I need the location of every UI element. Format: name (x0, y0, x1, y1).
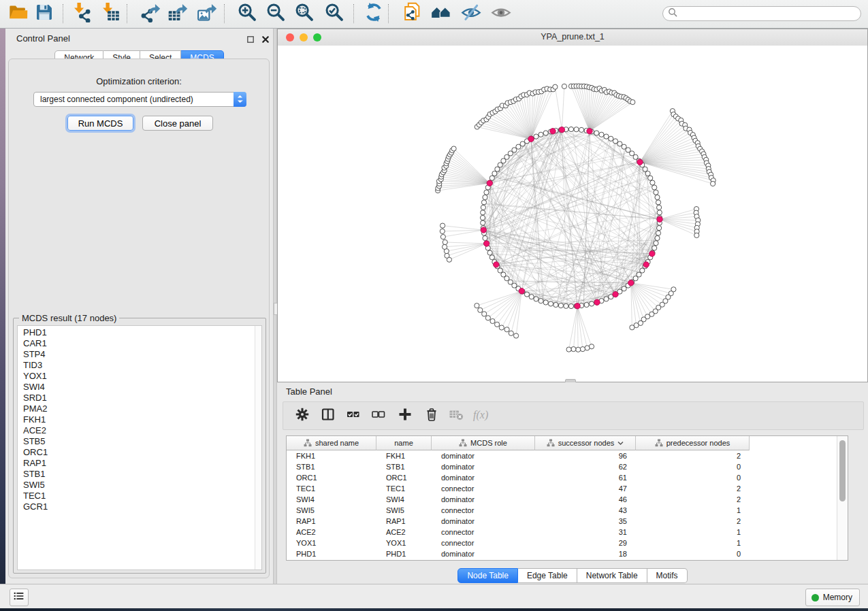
table-row-RAP1[interactable]: RAP1RAP1dominator352 (287, 516, 837, 527)
select-all-rows-button[interactable] (345, 408, 361, 424)
mcds-result-node[interactable]: SWI5 (18, 480, 255, 491)
cell-shared_name[interactable]: ACE2 (287, 528, 376, 536)
cell-mcds_role[interactable]: dominator (432, 550, 535, 558)
cell-mcds_role[interactable]: connector (432, 484, 535, 493)
hide-selected-button[interactable] (461, 3, 481, 24)
tab-motifs[interactable]: Motifs (647, 568, 688, 583)
close-panel-icon[interactable] (260, 34, 270, 44)
cell-shared_name[interactable]: ORC1 (287, 474, 376, 482)
table-scrollbar-thumb[interactable] (839, 440, 846, 501)
cell-name[interactable]: ORC1 (376, 474, 432, 482)
search-input[interactable] (680, 8, 861, 19)
cell-mcds_role[interactable]: dominator (432, 474, 535, 482)
table-row-SWI5[interactable]: SWI5SWI5connector431 (287, 505, 837, 516)
mcds-result-node[interactable]: GCR1 (18, 501, 255, 512)
cell-shared_name[interactable]: SWI5 (287, 506, 376, 514)
network-canvas[interactable] (278, 46, 867, 382)
table-row-SWI4[interactable]: SWI4SWI4dominator462 (287, 494, 837, 505)
import-table-from-file-button[interactable] (99, 3, 120, 24)
zoom-in-button[interactable] (237, 3, 257, 24)
table-row-ORC1[interactable]: ORC1ORC1dominator610 (287, 472, 837, 483)
cell-predecessor_nodes[interactable]: 2 (636, 484, 750, 493)
mcds-result-node[interactable]: PMA2 (18, 403, 255, 414)
cell-name[interactable]: RAP1 (376, 517, 432, 525)
cell-shared_name[interactable]: PHD1 (287, 550, 376, 558)
first-neighbors-of-selected-button[interactable] (431, 3, 451, 24)
cell-name[interactable]: ACE2 (376, 528, 432, 536)
table-row-STB1[interactable]: STB1STB1dominator620 (287, 461, 837, 472)
mcds-result-node[interactable]: ACE2 (18, 425, 255, 436)
show-columns-button[interactable] (320, 408, 336, 424)
mcds-result-node[interactable]: SWI4 (18, 382, 255, 393)
delete-columns-button[interactable] (423, 408, 440, 424)
cell-predecessor_nodes[interactable]: 1 (636, 528, 750, 536)
cell-successor_nodes[interactable]: 31 (535, 528, 636, 536)
cell-mcds_role[interactable]: connector (432, 539, 535, 547)
cell-shared_name[interactable]: YOX1 (287, 539, 376, 547)
cell-shared_name[interactable]: STB1 (287, 463, 376, 471)
cell-mcds_role[interactable]: connector (432, 506, 535, 514)
cell-name[interactable]: STB1 (376, 463, 432, 471)
cell-name[interactable]: YOX1 (376, 539, 432, 547)
cell-successor_nodes[interactable]: 46 (535, 495, 636, 503)
cell-mcds_role[interactable]: dominator (432, 495, 535, 503)
cell-name[interactable]: PHD1 (376, 550, 432, 558)
deselect-all-rows-button[interactable] (370, 408, 387, 424)
task-history-button[interactable] (10, 589, 29, 606)
mcds-result-node[interactable]: STB5 (18, 436, 255, 447)
cell-name[interactable]: SWI4 (376, 495, 432, 503)
table-row-PHD1[interactable]: PHD1PHD1dominator180 (287, 548, 837, 559)
cell-shared_name[interactable]: SWI4 (287, 495, 376, 503)
close-panel-button[interactable]: Close panel (142, 116, 213, 131)
mcds-result-node[interactable]: CAR1 (18, 338, 255, 349)
zoom-out-button[interactable] (266, 3, 286, 24)
table-row-YOX1[interactable]: YOX1YOX1connector291 (287, 538, 837, 548)
cell-predecessor_nodes[interactable]: 2 (636, 452, 750, 460)
apply-preferred-layout-button[interactable] (364, 3, 384, 24)
cell-mcds_role[interactable]: dominator (432, 517, 535, 525)
cell-predecessor_nodes[interactable]: 0 (636, 550, 750, 558)
show-all-button[interactable] (491, 3, 511, 24)
zoom-selected-button[interactable] (324, 3, 344, 24)
mcds-result-node[interactable]: ORC1 (18, 447, 255, 458)
float-panel-icon[interactable] (245, 34, 255, 44)
new-network-from-selection-button[interactable] (402, 3, 422, 24)
cell-mcds_role[interactable]: connector (432, 528, 535, 536)
tab-edge-table[interactable]: Edge Table (518, 568, 577, 583)
cell-predecessor_nodes[interactable]: 0 (636, 463, 750, 471)
tab-network-table[interactable]: Network Table (577, 568, 647, 583)
create-new-column-button[interactable] (397, 408, 413, 424)
column-header-shared-name[interactable]: shared name (287, 436, 376, 450)
optimization-criterion-select[interactable]: largest connected component (undirected) (33, 92, 246, 107)
cell-name[interactable]: TEC1 (376, 484, 432, 493)
mcds-result-node[interactable]: STP4 (18, 349, 255, 360)
table-row-FKH1[interactable]: FKH1FKH1dominator962 (287, 450, 837, 461)
cell-predecessor_nodes[interactable]: 0 (636, 474, 750, 482)
cell-shared_name[interactable]: TEC1 (287, 484, 376, 493)
run-mcds-button[interactable]: Run MCDS (67, 116, 133, 131)
export-network-button[interactable] (140, 3, 161, 24)
cell-successor_nodes[interactable]: 35 (535, 517, 636, 525)
network-window-titlebar[interactable]: YPA_prune.txt_1 (278, 29, 867, 46)
save-session-button[interactable] (34, 3, 54, 24)
mcds-list-scrollbar[interactable] (255, 326, 261, 569)
table-row-ACE2[interactable]: ACE2ACE2connector311 (287, 527, 837, 538)
cell-successor_nodes[interactable]: 18 (535, 550, 636, 558)
export-table-button[interactable] (167, 3, 188, 24)
column-header-successor-nodes[interactable]: successor nodes (535, 436, 636, 450)
column-header-predecessor-nodes[interactable]: predecessor nodes (636, 436, 750, 450)
mcds-result-node[interactable]: TID3 (18, 360, 255, 371)
cell-successor_nodes[interactable]: 43 (535, 506, 636, 514)
cell-successor_nodes[interactable]: 96 (535, 452, 636, 460)
mcds-result-node[interactable]: YOX1 (18, 371, 255, 382)
table-mode-button[interactable] (294, 408, 310, 424)
mcds-result-node[interactable]: RAP1 (18, 458, 255, 469)
cell-successor_nodes[interactable]: 29 (535, 539, 636, 547)
cell-predecessor_nodes[interactable]: 2 (636, 495, 750, 503)
cell-predecessor_nodes[interactable]: 1 (636, 506, 750, 514)
zoom-fit-content-button[interactable] (294, 3, 315, 24)
cell-shared_name[interactable]: FKH1 (287, 452, 376, 460)
cell-name[interactable]: SWI5 (376, 506, 432, 514)
cell-successor_nodes[interactable]: 62 (535, 463, 636, 471)
cell-successor_nodes[interactable]: 61 (535, 474, 636, 482)
